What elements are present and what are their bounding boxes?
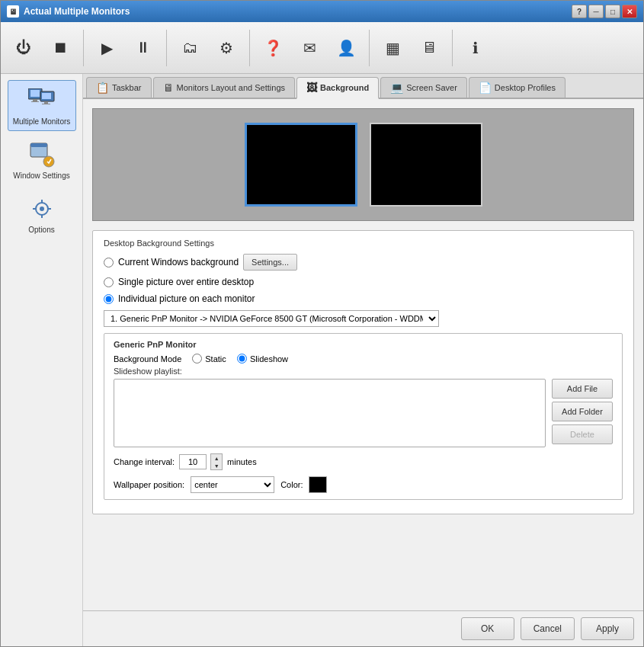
bg-mode-label: Background Mode <box>114 354 181 364</box>
sidebar-item-multiple-monitors[interactable]: Multiple Monitors <box>8 80 76 131</box>
svg-rect-3 <box>31 101 39 102</box>
background-panel: Desktop Background Settings Current Wind… <box>83 99 643 610</box>
toolbar-separator-4 <box>369 30 370 66</box>
settings-icon: ⚙ <box>214 36 239 60</box>
person-icon: 👤 <box>334 36 358 60</box>
tab-screen-saver[interactable]: 💻 Screen Saver <box>380 77 467 98</box>
monitors-layout-tab-icon: 🖥 <box>163 82 174 94</box>
radio-static-mode[interactable] <box>192 354 202 364</box>
apply-button[interactable]: Apply <box>581 617 634 640</box>
sidebar-label-multiple-monitors: Multiple Monitors <box>13 117 71 126</box>
toolbar-grid-button[interactable]: ▦ <box>376 27 409 69</box>
close-button[interactable]: ✕ <box>622 5 637 18</box>
monitor-1-preview[interactable] <box>245 123 357 207</box>
svg-rect-9 <box>30 143 47 147</box>
toolbar-profiles-button[interactable]: 🗂 <box>173 27 207 69</box>
minutes-label: minutes <box>227 457 257 466</box>
desktop-bg-section: Desktop Background Settings Current Wind… <box>92 230 634 514</box>
svg-rect-1 <box>30 90 40 97</box>
interval-input[interactable] <box>179 454 207 469</box>
change-interval-row: Change interval: ▲ ▼ minutes <box>114 453 613 470</box>
toolbar-pause-button[interactable]: ⏸ <box>127 27 160 69</box>
tab-desktop-profiles[interactable]: 📄 Desktop Profiles <box>469 77 566 98</box>
playlist-list[interactable] <box>114 379 546 447</box>
title-bar: 🖥 Actual Multiple Monitors ? ─ □ ✕ <box>1 1 643 22</box>
taskbar-tab-icon: 📋 <box>96 82 109 94</box>
color-label: Color: <box>280 480 303 489</box>
email-icon: ✉ <box>297 36 322 60</box>
help-button[interactable]: ? <box>572 5 587 18</box>
delete-button[interactable]: Delete <box>552 424 613 444</box>
radio-single-picture[interactable] <box>104 277 114 287</box>
ok-button[interactable]: OK <box>461 617 514 640</box>
svg-rect-5 <box>42 93 51 99</box>
slideshow-mode-label: Slideshow <box>250 354 288 364</box>
sidebar: Multiple Monitors Window Settings <box>1 74 83 646</box>
svg-point-10 <box>43 156 54 167</box>
toolbar-separator-3 <box>249 30 250 66</box>
interval-down-button[interactable]: ▼ <box>211 462 222 469</box>
toolbar-stop-button[interactable]: ⏹ <box>43 27 77 69</box>
tab-monitors-layout[interactable]: 🖥 Monitors Layout and Settings <box>153 77 295 98</box>
toolbar-info-button[interactable]: ℹ <box>459 27 492 69</box>
stop-icon: ⏹ <box>48 36 72 60</box>
monitor-preview <box>92 108 634 221</box>
bg-mode-row: Background Mode Static Slideshow <box>114 354 613 364</box>
window-settings-icon <box>27 139 57 170</box>
settings-button[interactable]: Settings... <box>243 254 297 271</box>
toolbar-person-button[interactable]: 👤 <box>329 27 363 69</box>
toolbar-monitor-button[interactable]: 🖥 <box>412 27 446 69</box>
radio-current-windows-label: Current Windows background <box>118 257 239 267</box>
minimize-button[interactable]: ─ <box>588 5 604 18</box>
tab-background-label: Background <box>320 83 369 92</box>
radio-current-windows[interactable] <box>104 258 114 267</box>
add-file-button[interactable]: Add File <box>552 379 613 399</box>
svg-rect-6 <box>44 101 48 104</box>
grid-icon: ▦ <box>380 36 405 60</box>
play-icon: ▶ <box>95 36 119 60</box>
svg-point-12 <box>40 207 44 211</box>
color-swatch[interactable] <box>309 476 327 493</box>
power-icon: ⏻ <box>11 36 36 60</box>
wallpaper-position-dropdown[interactable]: center tile stretch fit fill <box>191 476 274 493</box>
radio-individual-picture[interactable] <box>104 294 114 304</box>
radio-single-picture-label: Single picture over entire desktop <box>118 277 254 287</box>
add-folder-button[interactable]: Add Folder <box>552 402 613 421</box>
generic-pnp-title: Generic PnP Monitor <box>114 340 613 349</box>
window-icon: 🖥 <box>7 5 19 18</box>
cancel-button[interactable]: Cancel <box>521 617 575 640</box>
toolbar-power-button[interactable]: ⏻ <box>7 27 40 69</box>
tab-background[interactable]: 🖼 Background <box>296 77 379 99</box>
sidebar-item-window-settings[interactable]: Window Settings <box>8 134 76 185</box>
interval-spinner: ▲ ▼ <box>210 453 223 470</box>
tab-screen-saver-label: Screen Saver <box>406 83 457 92</box>
tab-taskbar-label: Taskbar <box>112 83 142 92</box>
info-icon: ℹ <box>463 36 488 60</box>
radio-slideshow-mode[interactable] <box>237 354 247 364</box>
monitor-dropdown[interactable]: 1. Generic PnP Monitor -> NVIDIA GeForce… <box>104 310 439 327</box>
help-icon: ❓ <box>261 36 285 60</box>
toolbar-play-button[interactable]: ▶ <box>90 27 123 69</box>
window-title: Actual Multiple Monitors <box>24 6 572 17</box>
profiles-icon: 🗂 <box>178 36 202 60</box>
tab-taskbar[interactable]: 📋 Taskbar <box>86 77 152 98</box>
svg-rect-7 <box>42 104 50 104</box>
toolbar-separator-2 <box>166 30 167 66</box>
tab-monitors-layout-label: Monitors Layout and Settings <box>177 83 285 92</box>
title-bar-buttons: ? ─ □ ✕ <box>572 5 637 18</box>
playlist-area: Add File Add Folder Delete <box>114 379 613 447</box>
sidebar-label-options: Options <box>28 226 54 234</box>
toolbar-email-button[interactable]: ✉ <box>293 27 326 69</box>
toolbar-settings-button[interactable]: ⚙ <box>210 27 243 69</box>
monitor-2-preview[interactable] <box>370 123 482 207</box>
maximize-button[interactable]: □ <box>605 5 620 18</box>
tabs: 📋 Taskbar 🖥 Monitors Layout and Settings… <box>83 74 643 99</box>
toolbar-help-button[interactable]: ❓ <box>256 27 290 69</box>
interval-up-button[interactable]: ▲ <box>211 454 222 462</box>
change-interval-label: Change interval: <box>114 457 175 466</box>
multiple-monitors-icon <box>27 85 57 116</box>
radio-individual-picture-label: Individual picture on each monitor <box>118 293 255 304</box>
main-content: Multiple Monitors Window Settings <box>1 74 643 646</box>
sidebar-item-options[interactable]: Options <box>8 188 76 239</box>
toolbar-separator-1 <box>83 30 84 66</box>
